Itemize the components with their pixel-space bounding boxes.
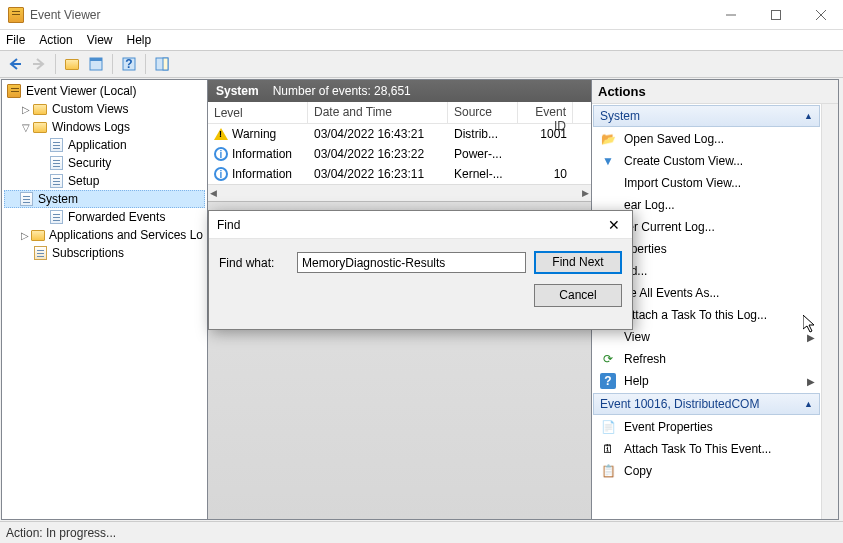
window-titlebar: Event Viewer: [0, 0, 843, 30]
show-hide-action-pane-button[interactable]: [151, 53, 173, 75]
collapse-icon[interactable]: ▽: [20, 122, 32, 133]
chevron-right-icon: ▶: [807, 376, 815, 387]
close-button[interactable]: [798, 0, 843, 29]
menu-help[interactable]: Help: [127, 33, 152, 47]
tree-label: Setup: [68, 174, 99, 188]
vertical-scrollbar[interactable]: [821, 104, 838, 519]
expand-icon[interactable]: ▷: [20, 230, 31, 241]
section-name: System: [216, 84, 259, 98]
col-source[interactable]: Source: [448, 102, 518, 123]
tree-setup[interactable]: Setup: [4, 172, 205, 190]
menu-action[interactable]: Action: [39, 33, 72, 47]
scroll-right-icon[interactable]: ▶: [582, 188, 589, 198]
grid-row[interactable]: iInformation 03/04/2022 16:23:22 Power-.…: [208, 144, 591, 164]
eventviewer-icon: [6, 83, 22, 99]
collapse-icon[interactable]: ▲: [804, 399, 813, 409]
action-label: Copy: [624, 464, 652, 478]
status-text: Action: In progress...: [6, 526, 116, 540]
toolbar-separator: [55, 54, 56, 74]
action-label: Refresh: [624, 352, 666, 366]
minimize-button[interactable]: [708, 0, 753, 29]
action-create-custom-view[interactable]: ▼Create Custom View...: [592, 150, 821, 172]
action-help[interactable]: ?Help▶: [592, 370, 821, 392]
tree-system[interactable]: System: [4, 190, 205, 208]
menu-view[interactable]: View: [87, 33, 113, 47]
maximize-button[interactable]: [753, 0, 798, 29]
tree-root[interactable]: Event Viewer (Local): [4, 82, 205, 100]
task-icon: 🗓: [600, 441, 616, 457]
event-count: Number of events: 28,651: [273, 84, 411, 98]
properties-button[interactable]: [85, 53, 107, 75]
action-refresh[interactable]: ⟳Refresh: [592, 348, 821, 370]
tree-forwarded[interactable]: Forwarded Events: [4, 208, 205, 226]
tree-custom-views[interactable]: ▷ Custom Views: [4, 100, 205, 118]
center-header: System Number of events: 28,651: [208, 80, 591, 102]
action-label: Attach a Task To this Log...: [624, 308, 767, 322]
action-event-attach-task[interactable]: 🗓Attach Task To This Event...: [592, 438, 821, 460]
action-copy[interactable]: 📋Copy: [592, 460, 821, 482]
grid-row[interactable]: Warning 03/04/2022 16:43:21 Distrib... 1…: [208, 124, 591, 144]
cancel-button[interactable]: Cancel: [534, 284, 622, 307]
forward-button[interactable]: [28, 53, 50, 75]
menu-bar: File Action View Help: [0, 30, 843, 50]
tree-application[interactable]: Application: [4, 136, 205, 154]
action-label: Attach Task To This Event...: [624, 442, 771, 456]
app-icon: [8, 7, 24, 23]
action-label: ter Current Log...: [624, 220, 715, 234]
cell-source: Kernel-...: [448, 166, 518, 182]
help-button[interactable]: ?: [118, 53, 140, 75]
grid-header[interactable]: Level Date and Time Source Event ID: [208, 102, 591, 124]
show-hide-tree-button[interactable]: [61, 53, 83, 75]
menu-file[interactable]: File: [6, 33, 25, 47]
tree-label: Custom Views: [52, 102, 128, 116]
back-button[interactable]: [4, 53, 26, 75]
cell-source: Power-...: [448, 146, 518, 162]
action-event-properties[interactable]: 📄Event Properties: [592, 416, 821, 438]
action-label: Create Custom View...: [624, 154, 743, 168]
scroll-left-icon[interactable]: ◀: [210, 188, 217, 198]
action-section-system[interactable]: System ▲: [593, 105, 820, 127]
tree-security[interactable]: Security: [4, 154, 205, 172]
cell-id: 10: [518, 166, 573, 182]
cursor-icon: [803, 315, 819, 335]
properties-icon: 📄: [600, 419, 616, 435]
view-icon: [600, 329, 616, 345]
find-next-button[interactable]: Find Next: [534, 251, 622, 274]
find-what-input[interactable]: [297, 252, 526, 273]
cell-date: 03/04/2022 16:43:21: [308, 126, 448, 142]
action-section-event[interactable]: Event 10016, DistributedCOM ▲: [593, 393, 820, 415]
cell-id: [518, 146, 573, 162]
action-label: Open Saved Log...: [624, 132, 724, 146]
action-label: ve All Events As...: [624, 286, 719, 300]
expand-icon[interactable]: ▷: [20, 104, 32, 115]
import-icon: [600, 175, 616, 191]
folder-icon: [32, 119, 48, 135]
action-label: View: [624, 330, 650, 344]
collapse-icon[interactable]: ▲: [804, 111, 813, 121]
col-date[interactable]: Date and Time: [308, 102, 448, 123]
nav-tree[interactable]: Event Viewer (Local) ▷ Custom Views ▽ Wi…: [1, 79, 207, 520]
col-level[interactable]: Level: [208, 102, 308, 123]
status-bar: Action: In progress...: [0, 521, 843, 543]
action-section-label: System: [600, 109, 640, 123]
cell-date: 03/04/2022 16:23:11: [308, 166, 448, 182]
subscriptions-icon: [32, 245, 48, 261]
tree-apps-services[interactable]: ▷ Applications and Services Lo: [4, 226, 205, 244]
window-controls: [708, 0, 843, 29]
warning-icon: [214, 128, 228, 140]
tree-label: Forwarded Events: [68, 210, 165, 224]
tree-label: Windows Logs: [52, 120, 130, 134]
cell-level: Information: [232, 147, 292, 161]
find-close-button[interactable]: ✕: [604, 217, 624, 233]
cell-level: Information: [232, 167, 292, 181]
action-label: Help: [624, 374, 649, 388]
tree-windows-logs[interactable]: ▽ Windows Logs: [4, 118, 205, 136]
action-import-custom-view[interactable]: Import Custom View...: [592, 172, 821, 194]
col-eventid[interactable]: Event ID: [518, 102, 573, 123]
tree-subscriptions[interactable]: Subscriptions: [4, 244, 205, 262]
grid-row[interactable]: iInformation 03/04/2022 16:23:11 Kernel-…: [208, 164, 591, 184]
event-grid[interactable]: Level Date and Time Source Event ID Warn…: [208, 102, 591, 201]
cell-id: 1001: [518, 126, 573, 142]
action-open-saved-log[interactable]: 📂Open Saved Log...: [592, 128, 821, 150]
horizontal-scrollbar[interactable]: ◀ ▶: [208, 184, 591, 201]
